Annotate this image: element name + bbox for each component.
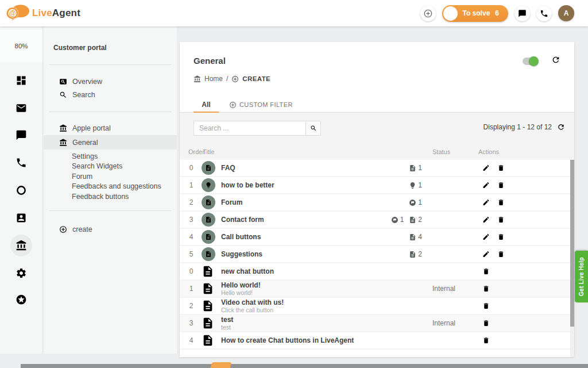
chat-status-button[interactable] (514, 6, 530, 21)
search-icon (310, 125, 317, 132)
phone-status-button[interactable] (536, 6, 552, 21)
table-row[interactable]: 0new chat button (180, 263, 570, 281)
delete-button[interactable] (497, 233, 505, 241)
to-solve-button[interactable]: To solve 6 (442, 5, 508, 22)
usage-percent[interactable]: 80% (0, 30, 42, 62)
chat-bubble-icon (518, 9, 527, 18)
sidebar-subitem-forum[interactable]: Forum (72, 171, 161, 182)
row-counts: 2 (382, 250, 422, 258)
article-count-icon (409, 251, 416, 258)
refresh-icon (557, 123, 565, 131)
portal-enabled-toggle[interactable] (523, 57, 537, 65)
rail-dashboard-item[interactable] (0, 67, 42, 94)
rail-calls-item[interactable] (0, 149, 42, 177)
forum-count: 1 (409, 198, 422, 206)
row-counts: 1 (382, 164, 422, 172)
row-subtitle: test (221, 324, 233, 331)
delete-button[interactable] (497, 251, 505, 258)
pencil-icon (482, 182, 490, 189)
rail-online-visitors-item[interactable] (0, 177, 42, 204)
phone-icon (540, 9, 548, 18)
sidebar-subitem-settings[interactable]: Settings (72, 151, 161, 162)
table-row[interactable]: 5Suggestions2 (180, 246, 570, 263)
row-actions (482, 285, 490, 293)
table-row[interactable]: 3Contact form12 (180, 212, 570, 229)
row-counts: 4 (382, 233, 422, 241)
table-row[interactable]: 2Forum1 (180, 194, 570, 212)
row-order: 0 (185, 164, 197, 172)
suggestion-count: 1 (409, 181, 422, 189)
add-new-button[interactable] (420, 6, 436, 21)
row-title: How to create Chat buttons in LiveAgent (221, 332, 354, 348)
sidebar-item-general[interactable]: General (44, 135, 177, 150)
delete-button[interactable] (497, 164, 505, 172)
row-actions (482, 320, 490, 327)
breadcrumb-home[interactable]: Home (204, 75, 223, 83)
rail-tickets-item[interactable] (0, 94, 42, 122)
rail-contacts-item[interactable] (0, 204, 42, 232)
delete-button[interactable] (497, 182, 505, 189)
tab-custom-filter[interactable]: CUSTOM FILTER (229, 97, 293, 113)
sidebar-item-create[interactable]: create (44, 222, 177, 236)
sidebar-title: Customer portal (53, 44, 107, 52)
rail-chats-item[interactable] (0, 121, 42, 149)
refresh-button[interactable] (551, 55, 560, 66)
sidebar-item-apple-portal[interactable]: Apple portal (44, 121, 177, 135)
svg-text:@: @ (9, 9, 16, 17)
user-avatar[interactable]: A (558, 5, 574, 21)
sidebar-item-overview[interactable]: Overview (44, 74, 177, 89)
scrollbar-thumb[interactable] (570, 160, 574, 327)
search-submit-button[interactable] (306, 121, 321, 136)
rail-settings-item[interactable] (0, 259, 42, 287)
rail-starred-item[interactable] (0, 286, 42, 313)
delete-button[interactable] (497, 199, 505, 206)
trash-icon (482, 285, 490, 293)
sidebar-item-search[interactable]: Search (44, 87, 177, 102)
contact-card-icon (16, 212, 27, 224)
table-row[interactable]: 1how to be better1 (180, 177, 570, 194)
forum-count-icon (391, 216, 399, 224)
gear-icon (16, 267, 27, 279)
delete-button[interactable] (482, 285, 490, 293)
suggestion-count-icon (409, 182, 416, 189)
row-actions (482, 233, 505, 241)
edit-button[interactable] (482, 233, 490, 241)
column-title: Title (203, 148, 214, 155)
sidebar-subitem-search-widgets[interactable]: Search Widgets (72, 162, 161, 172)
liveagent-logo[interactable]: @ LiveAgent (6, 3, 80, 23)
delete-button[interactable] (482, 337, 490, 344)
table-row[interactable]: 0FAQ1 (180, 160, 570, 177)
row-counts: 1 (382, 198, 422, 206)
edit-button[interactable] (482, 182, 490, 189)
delete-button[interactable] (482, 268, 490, 275)
sidebar-subitem-feedbacks-and-suggestions[interactable]: Feedbacks and suggestions (72, 182, 161, 192)
row-status: Internal (432, 285, 478, 293)
tab-all[interactable]: All (194, 97, 219, 113)
to-solve-count: 6 (495, 9, 499, 17)
get-live-help-button[interactable]: Get Live Help (575, 251, 588, 302)
table-scrollbar[interactable] (570, 160, 574, 357)
table-row[interactable]: 2Video chat with us!Click the call butto… (180, 298, 570, 315)
orange-blob (211, 362, 232, 368)
table-row[interactable]: 3testtestInternal (180, 315, 570, 332)
pencil-icon (482, 199, 490, 206)
table-row[interactable]: 1Hello world!Hello world!Internal (180, 281, 570, 298)
table-row[interactable]: 4How to create Chat buttons in LiveAgent (180, 332, 570, 350)
edit-button[interactable] (482, 251, 490, 258)
edit-button[interactable] (482, 164, 490, 172)
delete-button[interactable] (482, 320, 490, 327)
top-header: @ LiveAgent To solve 6 A (0, 0, 588, 26)
pencil-icon (482, 251, 490, 258)
search-input[interactable] (194, 121, 306, 136)
breadcrumb-create[interactable]: CREATE (242, 75, 270, 82)
column-status: Status (432, 148, 450, 155)
rail-customer-portal-item[interactable] (0, 232, 42, 259)
refresh-list-button[interactable] (557, 123, 565, 131)
sidebar-subitem-feedback-buttons[interactable]: Feedback buttons (72, 191, 161, 202)
row-title: Suggestions (221, 246, 262, 262)
delete-button[interactable] (497, 216, 505, 224)
table-row[interactable]: 4Call buttons4 (180, 229, 570, 246)
edit-button[interactable] (482, 199, 490, 206)
edit-button[interactable] (482, 216, 490, 224)
delete-button[interactable] (482, 302, 490, 310)
